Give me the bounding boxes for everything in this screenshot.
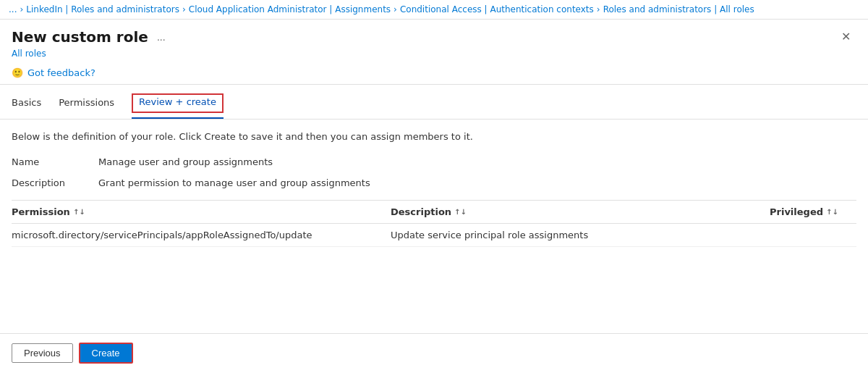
tab-permissions[interactable]: Permissions (59, 97, 114, 115)
create-button[interactable]: Create (79, 343, 133, 364)
cell-permission: microsoft.directory/servicePrincipals/ap… (12, 230, 391, 240)
panel-header: New custom role ... ✕ (0, 20, 868, 47)
sort-description-icon[interactable]: ↑↓ (454, 208, 467, 216)
description-value: Grant permission to manage user and grou… (98, 177, 370, 188)
feedback-label: Got feedback? (27, 67, 95, 78)
description-label: Description (12, 177, 98, 188)
feedback-bar[interactable]: 🙂 Got feedback? (0, 62, 868, 85)
name-field-row: Name Manage user and group assignments (12, 156, 856, 167)
ellipsis-button[interactable]: ... (151, 31, 171, 43)
panel: New custom role ... ✕ All roles 🙂 Got fe… (0, 20, 868, 372)
intro-text: Below is the definition of your role. Cl… (12, 131, 856, 142)
close-button[interactable]: ✕ (835, 28, 856, 46)
main-content: Below is the definition of your role. Cl… (0, 120, 868, 333)
sort-privileged-icon[interactable]: ↑↓ (826, 208, 838, 216)
cell-description: Update service principal role assignment… (391, 230, 770, 240)
tabs-bar: Basics Permissions Review + create (0, 85, 868, 119)
breadcrumb-item-2[interactable]: Cloud Application Administrator | Assign… (189, 4, 391, 14)
sort-permission-icon[interactable]: ↑↓ (73, 208, 85, 216)
name-label: Name (12, 156, 98, 167)
breadcrumb-item-3[interactable]: Conditional Access | Authentication cont… (400, 4, 594, 14)
panel-subtitle[interactable]: All roles (0, 49, 868, 59)
breadcrumb-item-4[interactable]: Roles and administrators | All roles (603, 4, 754, 14)
name-value: Manage user and group assignments (98, 156, 273, 167)
table-header: Permission ↑↓ Description ↑↓ Privileged … (12, 201, 856, 224)
col-header-privileged: Privileged (770, 206, 823, 217)
breadcrumb: ... › LinkedIn | Roles and administrator… (0, 0, 868, 20)
tab-review-create[interactable]: Review + create (132, 93, 224, 119)
breadcrumb-item-1[interactable]: LinkedIn | Roles and administrators (26, 4, 179, 14)
breadcrumb-ellipsis[interactable]: ... (9, 4, 17, 14)
permissions-table: Permission ↑↓ Description ↑↓ Privileged … (12, 200, 856, 247)
previous-button[interactable]: Previous (12, 343, 73, 363)
col-header-description: Description (391, 206, 451, 217)
col-header-permission: Permission (12, 206, 70, 217)
table-row: microsoft.directory/servicePrincipals/ap… (12, 224, 856, 247)
feedback-icon: 🙂 (12, 67, 23, 78)
panel-title: New custom role (12, 28, 148, 46)
description-field-row: Description Grant permission to manage u… (12, 177, 856, 188)
panel-footer: Previous Create (0, 333, 868, 372)
tab-basics[interactable]: Basics (12, 97, 41, 115)
